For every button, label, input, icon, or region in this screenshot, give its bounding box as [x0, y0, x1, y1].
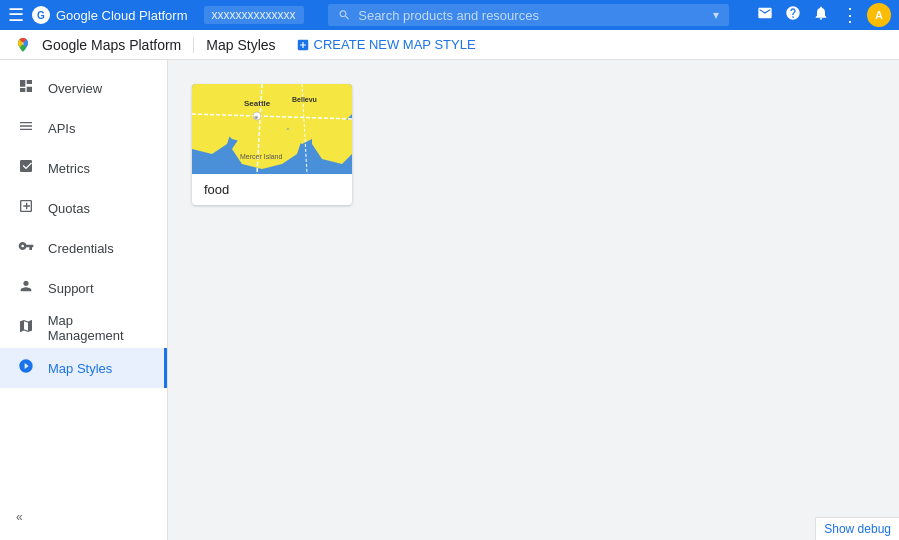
sidebar-label-credentials: Credentials [48, 241, 114, 256]
notification-icon[interactable] [809, 3, 833, 27]
sidebar-item-quotas[interactable]: Quotas [0, 188, 167, 228]
layout: Overview APIs Metrics Quotas [0, 60, 899, 540]
map-style-card-food[interactable]: Seattle Bellevu ⊕ Mercer Island food [192, 84, 352, 205]
metrics-icon [16, 158, 36, 178]
google-cloud-icon: G [32, 6, 50, 24]
search-dropdown-icon[interactable]: ▾ [713, 8, 719, 22]
plus-icon [296, 38, 310, 52]
sub-topbar-section: Map Styles [206, 37, 275, 53]
search-input[interactable] [358, 8, 705, 23]
sidebar-item-support[interactable]: Support [0, 268, 167, 308]
sidebar-label-quotas: Quotas [48, 201, 90, 216]
sidebar-label-apis: APIs [48, 121, 75, 136]
sidebar-label-map-management: Map Management [48, 313, 151, 343]
support-icon [16, 278, 36, 298]
sidebar-label-metrics: Metrics [48, 161, 90, 176]
svg-text:G: G [37, 10, 45, 21]
overview-icon [16, 78, 36, 98]
apis-icon [16, 118, 36, 138]
sidebar-item-overview[interactable]: Overview [0, 68, 167, 108]
avatar[interactable]: A [867, 3, 891, 27]
create-new-map-style-button[interactable]: CREATE NEW MAP STYLE [296, 37, 476, 52]
help-icon[interactable] [781, 3, 805, 27]
map-thumbnail-svg: Seattle Bellevu ⊕ Mercer Island [192, 84, 352, 174]
menu-icon[interactable]: ☰ [8, 4, 24, 26]
main-content: Seattle Bellevu ⊕ Mercer Island food [168, 60, 899, 540]
topbar-title: Google Cloud Platform [56, 8, 188, 23]
credentials-icon [16, 238, 36, 258]
sidebar-item-apis[interactable]: APIs [0, 108, 167, 148]
sidebar-item-credentials[interactable]: Credentials [0, 228, 167, 268]
map-style-label: food [192, 174, 352, 205]
create-map-style-label: CREATE NEW MAP STYLE [314, 37, 476, 52]
topbar: ☰ G Google Cloud Platform xxxxxxxxxxxxxx… [0, 0, 899, 30]
map-thumbnail: Seattle Bellevu ⊕ Mercer Island [192, 84, 352, 174]
sidebar-label-map-styles: Map Styles [48, 361, 112, 376]
svg-text:Mercer Island: Mercer Island [240, 153, 283, 160]
sidebar-nav: Overview APIs Metrics Quotas [0, 68, 167, 388]
sidebar-label-support: Support [48, 281, 94, 296]
topbar-project[interactable]: xxxxxxxxxxxxxx [204, 6, 304, 24]
quotas-icon [16, 198, 36, 218]
sidebar-label-overview: Overview [48, 81, 102, 96]
sidebar-bottom: « [0, 494, 167, 540]
maps-logo [12, 34, 34, 56]
map-styles-icon [16, 358, 36, 378]
topbar-icons: ⋮ A [753, 2, 891, 28]
sidebar-item-metrics[interactable]: Metrics [0, 148, 167, 188]
sidebar: Overview APIs Metrics Quotas [0, 60, 168, 540]
topbar-logo: G Google Cloud Platform [32, 6, 188, 24]
collapse-button[interactable]: « [8, 502, 159, 532]
email-icon[interactable] [753, 3, 777, 27]
sub-topbar: Google Maps Platform Map Styles CREATE N… [0, 30, 899, 60]
search-icon [338, 8, 351, 22]
more-icon[interactable]: ⋮ [837, 2, 863, 28]
map-management-icon [16, 318, 36, 338]
svg-text:Seattle: Seattle [244, 99, 271, 108]
svg-text:⊕: ⊕ [254, 114, 258, 120]
sub-topbar-title: Google Maps Platform [42, 37, 181, 53]
sidebar-item-map-styles[interactable]: Map Styles [0, 348, 167, 388]
search-bar[interactable]: ▾ [328, 4, 729, 26]
svg-text:Bellevu: Bellevu [292, 96, 317, 103]
show-debug-link[interactable]: Show debug [815, 517, 899, 540]
topbar-divider [193, 37, 194, 53]
sidebar-item-map-management[interactable]: Map Management [0, 308, 167, 348]
